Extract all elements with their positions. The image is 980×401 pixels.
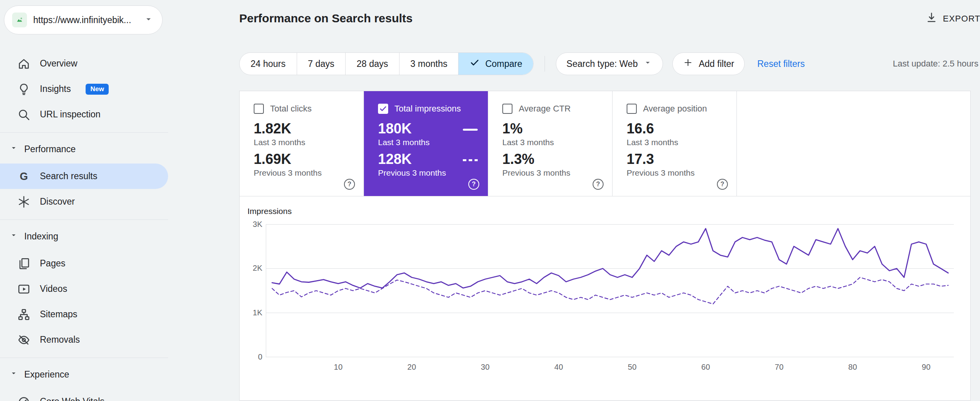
metric-value: 1.82K [254, 120, 364, 137]
compare-chip[interactable]: Compare [458, 53, 533, 75]
sidebar-item-core-web-vitals[interactable]: Core Web Vitals [0, 389, 168, 401]
chart-title: Impressions [247, 207, 292, 216]
metric-card-total-impressions[interactable]: Total impressions 180K Last 3 months 128… [364, 91, 488, 196]
metric-value: 1.69K [254, 151, 364, 168]
sidebar-item-search-results[interactable]: G Search results [0, 164, 168, 189]
sidebar-item-label: Core Web Vitals [40, 396, 104, 401]
section-header-label: Experience [24, 369, 69, 380]
chip-7-days[interactable]: 7 days [297, 53, 346, 75]
metric-value: 1.3% [502, 151, 612, 168]
chip-label: 3 months [410, 59, 448, 69]
card-label: Total clicks [270, 104, 312, 114]
search-icon [17, 108, 30, 121]
chevron-down-icon [9, 231, 18, 242]
x-axis-tick-label: 50 [623, 363, 641, 372]
sidebar-item-pages[interactable]: Pages [0, 251, 168, 276]
sidebar: https://www.infinityebik... Overview Ins… [0, 0, 168, 401]
sidebar-nav: Overview Insights New URL inspection Per… [0, 51, 168, 401]
y-axis-tick-label: 0 [243, 352, 262, 361]
search-type-dropdown[interactable]: Search type: Web [556, 52, 663, 75]
section-header-experience[interactable]: Experience [0, 363, 168, 386]
section-header-performance[interactable]: Performance [0, 138, 168, 160]
section-header-indexing[interactable]: Indexing [0, 225, 168, 248]
reset-filters-link[interactable]: Reset filters [757, 59, 804, 69]
line-style-dashed-indicator [463, 159, 478, 161]
chip-label: Add filter [699, 59, 734, 69]
last-update-text: Last update: 2.5 hours ago [893, 59, 980, 69]
sidebar-item-label: Sitemaps [40, 309, 77, 320]
sidebar-item-videos[interactable]: Videos [0, 276, 168, 302]
property-url: https://www.infinityebik... [33, 15, 143, 25]
metric-sublabel: Previous 3 months [627, 168, 736, 178]
gauge-icon [17, 395, 30, 401]
help-icon[interactable]: ? [468, 179, 479, 190]
metric-value: 1% [502, 120, 612, 137]
chart-svg [266, 224, 954, 357]
new-badge: New [86, 84, 109, 95]
chip-24-hours[interactable]: 24 hours [240, 53, 297, 75]
export-button[interactable]: EXPORT [926, 12, 980, 26]
line-series-current-period [272, 228, 948, 288]
sidebar-item-label: Videos [40, 284, 67, 294]
x-axis-tick-label: 20 [402, 363, 421, 372]
metric-sublabel: Previous 3 months [378, 168, 488, 178]
property-selector[interactable]: https://www.infinityebik... [4, 5, 163, 34]
lightbulb-icon [17, 83, 30, 96]
help-icon[interactable]: ? [593, 179, 604, 190]
card-label: Average position [643, 104, 707, 114]
checkbox-checked-icon[interactable] [378, 104, 388, 114]
check-icon [469, 58, 480, 70]
sidebar-item-label: Removals [40, 334, 80, 345]
sidebar-item-removals[interactable]: Removals [0, 327, 168, 352]
x-axis-tick-label: 30 [476, 363, 494, 372]
export-label: EXPORT [943, 14, 980, 24]
page-title: Performance on Search results [239, 12, 413, 25]
site-favicon-icon [12, 13, 27, 27]
home-icon [17, 57, 30, 70]
filter-bar: 24 hours 7 days 28 days 3 months Compare… [239, 52, 805, 75]
sidebar-item-insights[interactable]: Insights New [0, 76, 168, 102]
sidebar-item-label: URL inspection [40, 109, 100, 120]
spark-icon [17, 195, 30, 209]
metric-cards-row: Total clicks 1.82K Last 3 months 1.69K P… [240, 91, 970, 196]
metric-sublabel: Last 3 months [254, 137, 364, 147]
chip-label: 24 hours [251, 59, 286, 69]
chip-3-months[interactable]: 3 months [399, 53, 459, 75]
y-axis-tick-label: 2K [243, 264, 262, 273]
download-icon [926, 12, 937, 26]
sidebar-item-url-inspection[interactable]: URL inspection [0, 102, 168, 127]
x-axis-tick-label: 90 [917, 363, 935, 372]
sidebar-item-label: Overview [40, 58, 77, 69]
chip-label: 7 days [308, 59, 335, 69]
sidebar-item-overview[interactable]: Overview [0, 51, 168, 76]
chevron-down-icon [9, 144, 18, 155]
add-filter-button[interactable]: Add filter [672, 52, 745, 75]
sidebar-item-sitemaps[interactable]: Sitemaps [0, 302, 168, 327]
section-header-label: Performance [24, 144, 76, 155]
help-icon[interactable]: ? [344, 179, 355, 190]
sidebar-item-label: Discover [40, 196, 75, 207]
card-label: Average CTR [519, 104, 571, 114]
metric-value: 17.3 [627, 151, 736, 168]
checkbox-unchecked-icon[interactable] [627, 104, 637, 114]
sitemap-icon [17, 308, 30, 321]
metric-card-average-ctr[interactable]: Average CTR 1% Last 3 months 1.3% Previo… [488, 91, 613, 196]
date-range-segmented-control: 24 hours 7 days 28 days 3 months Compare [239, 52, 534, 75]
plus-icon [683, 58, 693, 70]
metric-value: 16.6 [627, 120, 736, 137]
metric-card-total-clicks[interactable]: Total clicks 1.82K Last 3 months 1.69K P… [240, 91, 364, 196]
help-icon[interactable]: ? [717, 179, 728, 190]
video-icon [17, 282, 30, 296]
sidebar-item-discover[interactable]: Discover [0, 189, 168, 214]
pages-icon [17, 257, 30, 270]
section-header-label: Indexing [24, 231, 58, 242]
chip-28-days[interactable]: 28 days [345, 53, 399, 75]
line-style-solid-indicator [463, 129, 478, 131]
y-axis-tick-label: 1K [243, 308, 262, 317]
impressions-chart: Impressions 3K2K1K0102030405060708090 [240, 196, 970, 400]
checkbox-unchecked-icon[interactable] [254, 104, 264, 114]
cards-row-filler [737, 91, 970, 196]
checkbox-unchecked-icon[interactable] [502, 104, 512, 114]
x-axis-tick-label: 40 [549, 363, 568, 372]
metric-card-average-position[interactable]: Average position 16.6 Last 3 months 17.3… [613, 91, 737, 196]
